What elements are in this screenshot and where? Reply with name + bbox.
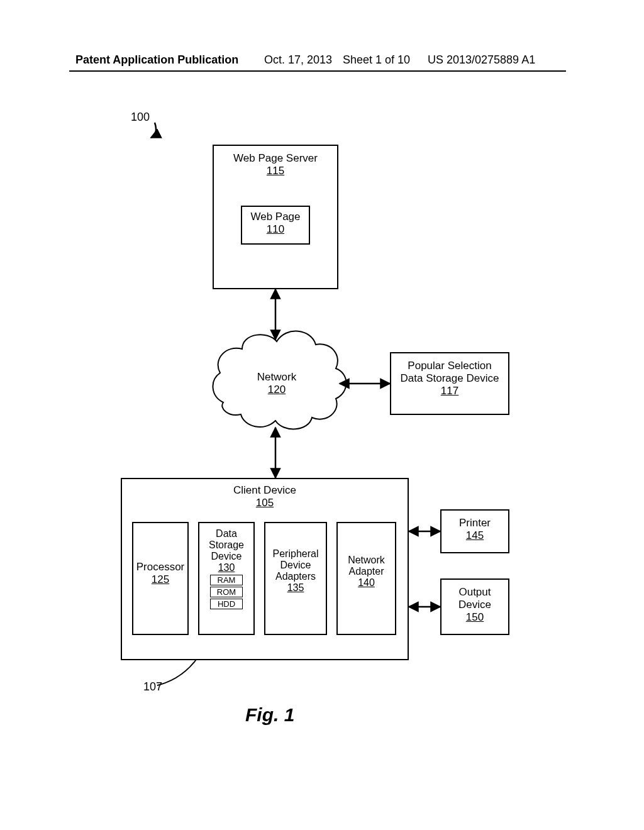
- web-page-title: Web Page: [242, 211, 309, 223]
- figure-caption: Fig. 1: [245, 704, 294, 726]
- hdd-chip: HDD: [210, 599, 243, 609]
- dsd-line1: Data: [199, 528, 253, 540]
- ref-100: 100: [131, 111, 150, 124]
- dsd-line2: Storage: [199, 540, 253, 551]
- pda-ref: 135: [265, 582, 326, 594]
- network-label-block: Network 120: [242, 371, 311, 396]
- processor-box: Processor 125: [132, 522, 189, 635]
- pda-line3: Adapters: [265, 571, 326, 582]
- client-device-ref: 105: [122, 497, 408, 509]
- client-device-title: Client Device: [122, 484, 408, 497]
- output-ref: 150: [441, 611, 508, 624]
- page: Patent Application Publication Oct. 17, …: [0, 0, 644, 830]
- dsd-ref: 130: [199, 562, 253, 573]
- rom-chip: ROM: [210, 587, 243, 597]
- popular-selection-ref: 117: [391, 385, 508, 397]
- output-line1: Output: [441, 586, 508, 599]
- web-page-ref: 110: [242, 223, 309, 236]
- network-adapter-box: Network Adapter 140: [336, 522, 396, 635]
- output-device-box: Output Device 150: [440, 578, 509, 635]
- popular-selection-storage-box: Popular Selection Data Storage Device 11…: [390, 352, 509, 415]
- popular-selection-line1: Popular Selection: [391, 360, 508, 372]
- dsd-line3: Device: [199, 551, 253, 562]
- data-storage-device-box: Data Storage Device 130 RAM ROM HDD: [198, 522, 255, 635]
- ram-chip: RAM: [210, 575, 243, 585]
- printer-title: Printer: [441, 517, 508, 529]
- processor-ref: 125: [133, 573, 187, 586]
- pda-line2: Device: [265, 560, 326, 571]
- web-page-server-box: Web Page Server 115 Web Page 110: [213, 145, 338, 289]
- na-line2: Adapter: [338, 566, 395, 577]
- diagram-svg: [0, 0, 644, 830]
- web-page-server-ref: 115: [214, 165, 337, 177]
- web-page-box: Web Page 110: [241, 206, 310, 245]
- na-ref: 140: [338, 577, 395, 589]
- popular-selection-line2: Data Storage Device: [391, 372, 508, 385]
- network-title: Network: [242, 371, 311, 384]
- web-page-server-title: Web Page Server: [214, 152, 337, 165]
- printer-ref: 145: [441, 529, 508, 542]
- processor-title: Processor: [133, 561, 187, 573]
- pda-line1: Peripheral: [265, 548, 326, 560]
- network-ref: 120: [242, 384, 311, 396]
- output-line2: Device: [441, 599, 508, 611]
- ref-107: 107: [143, 680, 162, 694]
- peripheral-device-adapters-box: Peripheral Device Adapters 135: [264, 522, 327, 635]
- na-line1: Network: [338, 555, 395, 566]
- printer-box: Printer 145: [440, 509, 509, 553]
